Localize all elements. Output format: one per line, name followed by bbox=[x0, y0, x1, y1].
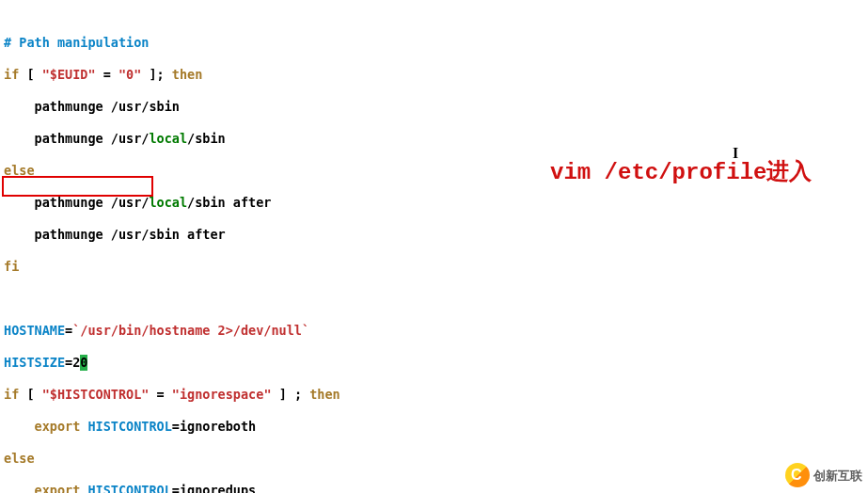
kw-then: then bbox=[172, 67, 203, 82]
comment: # Path manipulation bbox=[4, 35, 149, 50]
cursor: 0 bbox=[80, 355, 87, 371]
annotation-vim-command: vim /etc/profile进入 bbox=[550, 164, 812, 181]
annotation-suffix: 进入 bbox=[766, 159, 812, 183]
text-cursor-icon: I bbox=[733, 145, 738, 161]
kw-if: if bbox=[4, 67, 19, 82]
watermark: 创新互联 bbox=[785, 463, 862, 487]
annotation-cmd: vim /etc/profile bbox=[550, 160, 766, 185]
kw-fi: fi bbox=[4, 259, 19, 274]
watermark-text: 创新互联 bbox=[813, 469, 862, 482]
watermark-logo-icon bbox=[785, 463, 810, 487]
kw-else: else bbox=[4, 163, 35, 178]
code-editor[interactable]: # Path manipulation if [ "$EUID" = "0" ]… bbox=[4, 19, 570, 493]
